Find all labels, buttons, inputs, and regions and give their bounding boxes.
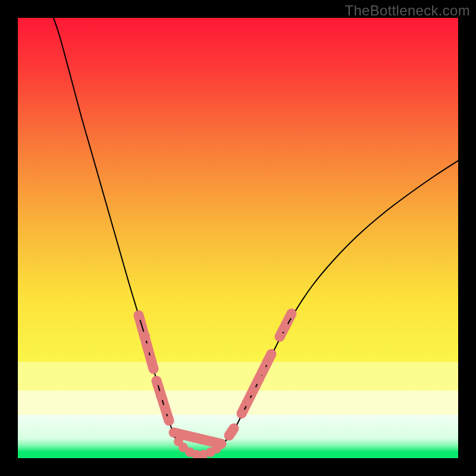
marker-point — [275, 332, 284, 342]
marker-point — [248, 386, 258, 396]
outer-frame: TheBottleneck.com — [0, 0, 476, 476]
marker-point — [164, 416, 174, 425]
marker-point — [237, 409, 246, 418]
chart-svg — [18, 18, 458, 458]
marker-point — [134, 311, 143, 320]
marker-point — [229, 424, 239, 433]
marker-point — [258, 366, 268, 375]
marker-point — [287, 309, 296, 318]
plot-area — [18, 18, 458, 458]
marker-point — [140, 331, 150, 341]
watermark-text: TheBottleneck.com — [345, 2, 470, 19]
marker-point — [149, 364, 158, 374]
marker-point — [243, 397, 252, 406]
marker-point — [161, 405, 170, 414]
marker-point — [217, 439, 226, 449]
marker-point — [156, 391, 165, 400]
marker-point — [169, 428, 178, 437]
marker-point — [143, 343, 152, 353]
marker-point — [254, 375, 264, 384]
marker-point — [280, 322, 289, 332]
gradient-bg — [18, 18, 458, 458]
marker-point — [267, 349, 276, 359]
marker-point — [152, 376, 161, 386]
marker-point — [146, 355, 156, 365]
